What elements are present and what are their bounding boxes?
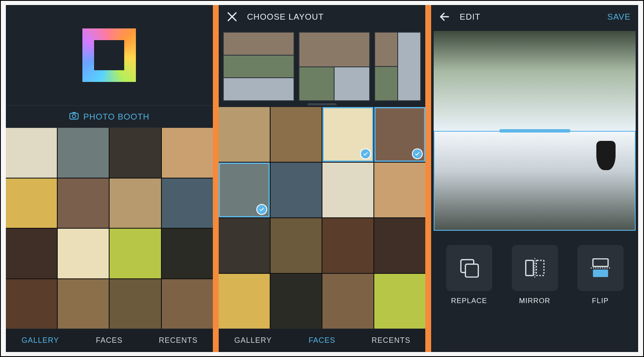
tab-bar: GALLERY FACES RECENTS bbox=[6, 329, 213, 352]
gallery-thumb[interactable] bbox=[110, 128, 161, 178]
svg-point-1 bbox=[72, 115, 76, 118]
flip-icon bbox=[588, 256, 613, 280]
edit-tools: REPLACE MIRROR bbox=[431, 233, 638, 352]
photo-thumb[interactable] bbox=[219, 163, 270, 217]
gallery-thumb[interactable] bbox=[110, 229, 161, 278]
tool-label: REPLACE bbox=[451, 297, 487, 305]
photo-thumb[interactable] bbox=[271, 218, 322, 273]
edit-canvas bbox=[431, 28, 638, 233]
tab-recents[interactable]: RECENTS bbox=[356, 329, 425, 352]
close-icon bbox=[226, 11, 238, 23]
camera-icon bbox=[69, 111, 79, 123]
split-drag-handle[interactable] bbox=[499, 129, 570, 133]
tab-recents[interactable]: RECENTS bbox=[144, 329, 213, 352]
screen-edit: EDIT SAVE REPLACE bbox=[431, 5, 638, 352]
app-showcase: PHOTO BOOTH GALLERY FACES RECENTS bbox=[0, 0, 644, 357]
photo-thumb[interactable] bbox=[271, 163, 322, 217]
gallery-thumb[interactable] bbox=[110, 279, 161, 329]
header-title: CHOOSE LAYOUT bbox=[247, 12, 324, 22]
photo-thumb[interactable] bbox=[374, 163, 425, 217]
tab-faces[interactable]: FACES bbox=[75, 329, 144, 352]
photo-thumb[interactable] bbox=[322, 107, 373, 162]
gallery-thumb[interactable] bbox=[110, 178, 161, 228]
photo-thumb[interactable] bbox=[322, 218, 373, 273]
gallery-thumb[interactable] bbox=[58, 279, 109, 329]
svg-rect-4 bbox=[526, 260, 533, 275]
selected-check-icon bbox=[360, 148, 371, 159]
back-button[interactable] bbox=[439, 11, 450, 23]
logo-area bbox=[6, 5, 213, 105]
gallery-thumb[interactable] bbox=[58, 178, 109, 228]
gallery-thumb[interactable] bbox=[6, 128, 57, 178]
layout-app-logo bbox=[82, 28, 136, 82]
arrow-left-icon bbox=[439, 11, 450, 23]
tool-replace[interactable]: REPLACE bbox=[446, 245, 492, 305]
photo-thumb[interactable] bbox=[374, 274, 425, 329]
gallery-thumb[interactable] bbox=[6, 178, 57, 228]
header: EDIT SAVE bbox=[431, 5, 638, 28]
svg-rect-3 bbox=[465, 264, 478, 277]
collage-frame[interactable] bbox=[434, 31, 636, 231]
collage-pane-bottom[interactable] bbox=[434, 131, 636, 231]
svg-rect-7 bbox=[593, 259, 608, 266]
tool-mirror[interactable]: MIRROR bbox=[512, 245, 558, 305]
gallery-thumb[interactable] bbox=[58, 128, 109, 178]
screen-divider bbox=[425, 5, 431, 352]
svg-rect-5 bbox=[536, 260, 544, 275]
photo-thumb[interactable] bbox=[374, 107, 425, 162]
tab-bar: GALLERY FACES RECENTS bbox=[219, 329, 426, 352]
close-button[interactable] bbox=[226, 11, 238, 23]
gallery-thumb[interactable] bbox=[162, 128, 213, 178]
selected-check-icon bbox=[256, 204, 267, 215]
strip-drag-handle[interactable] bbox=[307, 103, 337, 105]
svg-rect-8 bbox=[593, 270, 608, 277]
tab-gallery[interactable]: GALLERY bbox=[6, 329, 75, 352]
gallery-grid bbox=[6, 128, 213, 329]
mirror-icon bbox=[523, 256, 547, 280]
gallery-thumb[interactable] bbox=[6, 279, 57, 329]
header-title: EDIT bbox=[460, 12, 480, 22]
layout-option-3rows[interactable] bbox=[223, 32, 294, 101]
gallery-thumb[interactable] bbox=[58, 229, 109, 278]
tab-gallery[interactable]: GALLERY bbox=[219, 329, 288, 352]
photo-thumb[interactable] bbox=[219, 107, 270, 162]
gallery-thumb[interactable] bbox=[162, 229, 213, 278]
layout-option-2cols[interactable] bbox=[374, 32, 422, 101]
photo-thumb[interactable] bbox=[219, 218, 270, 273]
selected-check-icon bbox=[412, 148, 423, 159]
photo-booth-button[interactable]: PHOTO BOOTH bbox=[6, 105, 213, 128]
screen-gallery: PHOTO BOOTH GALLERY FACES RECENTS bbox=[6, 5, 213, 352]
tool-flip[interactable]: FLIP bbox=[578, 245, 624, 305]
gallery-thumb[interactable] bbox=[162, 279, 213, 329]
screen-divider bbox=[213, 5, 219, 352]
photo-thumb[interactable] bbox=[322, 163, 373, 217]
tool-label: FLIP bbox=[592, 297, 609, 305]
photo-thumb[interactable] bbox=[374, 218, 425, 273]
collage-pane-top[interactable] bbox=[434, 31, 636, 131]
header: CHOOSE LAYOUT bbox=[219, 5, 426, 28]
photo-thumb[interactable] bbox=[271, 274, 322, 329]
photo-thumb[interactable] bbox=[219, 274, 270, 329]
photo-thumb[interactable] bbox=[322, 274, 373, 329]
replace-icon bbox=[457, 256, 481, 280]
tab-faces[interactable]: FACES bbox=[288, 329, 357, 352]
tool-label: MIRROR bbox=[519, 297, 550, 305]
gallery-thumb[interactable] bbox=[162, 178, 213, 228]
gallery-thumb[interactable] bbox=[6, 229, 57, 278]
faces-grid bbox=[219, 107, 426, 329]
photo-thumb[interactable] bbox=[271, 107, 322, 162]
photo-booth-label: PHOTO BOOTH bbox=[83, 112, 149, 122]
save-button[interactable]: SAVE bbox=[607, 12, 631, 22]
layout-options-strip[interactable] bbox=[219, 28, 426, 107]
layout-option-2rows[interactable] bbox=[299, 32, 370, 101]
screen-choose-layout: CHOOSE LAYOUT bbox=[219, 5, 426, 352]
